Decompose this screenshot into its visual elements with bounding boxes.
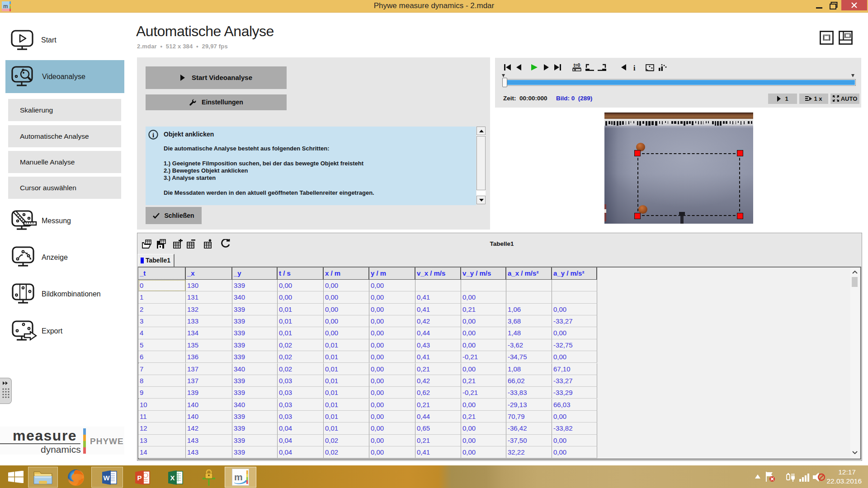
svg-text:i: i [633,64,636,71]
svg-text:i: i [152,131,154,139]
svg-text:W: W [103,474,110,482]
svg-text:m: m [234,472,243,482]
svg-text:t=0: t=0 [574,63,580,68]
svg-text:P: P [137,474,142,482]
svg-text:X: X [170,474,175,482]
